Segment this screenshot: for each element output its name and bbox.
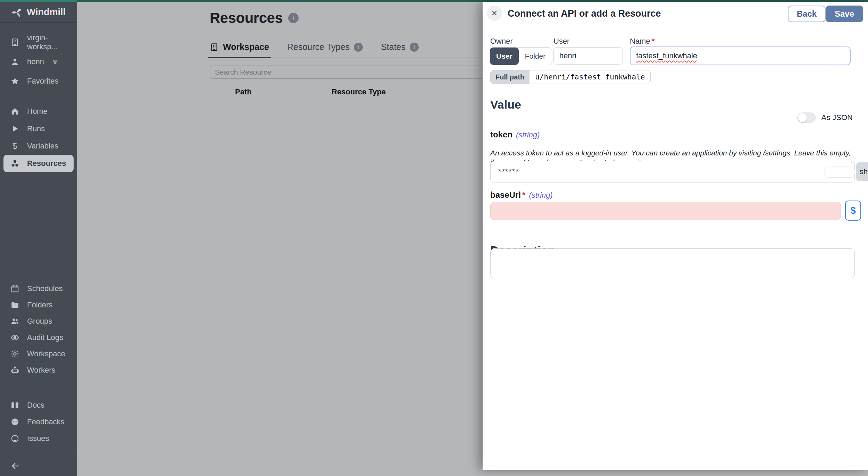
windmill-logo-icon xyxy=(11,7,23,18)
sidebar-item-schedules[interactable]: Schedules xyxy=(0,280,77,297)
book-icon xyxy=(10,401,19,410)
sidebar-item-feedbacks[interactable]: Feedbacks xyxy=(0,414,77,430)
nav-label: Workspace xyxy=(27,349,65,358)
nav-label: Issues xyxy=(27,434,49,443)
sidebar-item-issues[interactable]: Issues xyxy=(0,430,77,447)
sidebar-item-resources[interactable]: Resources xyxy=(3,155,74,172)
owner-option-folder[interactable]: Folder xyxy=(519,48,552,65)
full-path-pill: Full path u/henri/fastest_funkwhale xyxy=(490,70,651,84)
sidebar-item-docs[interactable]: Docs xyxy=(0,397,77,414)
sidebar-item-folders[interactable]: Folders xyxy=(0,297,77,313)
token-property-header: token (string) xyxy=(490,130,540,139)
token-type-hint: (string) xyxy=(516,130,540,139)
nav-label: Schedules xyxy=(27,284,63,293)
robot-icon xyxy=(10,366,19,375)
sidebar-item-runs[interactable]: Runs xyxy=(0,120,77,137)
sidebar-nav-group: Home Runs Variables Resources xyxy=(0,103,77,172)
building-icon xyxy=(10,38,19,47)
drawer-header: × Connect an API or add a Resource Back … xyxy=(483,2,868,26)
nav-label: Home xyxy=(27,107,48,116)
person-icon xyxy=(10,57,19,66)
as-json-row: As JSON xyxy=(797,112,853,123)
sidebar-footer-group: Docs Feedbacks Issues xyxy=(0,397,77,447)
sidebar-item-workers[interactable]: Workers xyxy=(0,362,77,378)
nav-label: Audit Logs xyxy=(27,333,63,342)
user-field[interactable]: henri xyxy=(553,47,623,65)
required-asterisk: * xyxy=(652,37,655,45)
required-asterisk: * xyxy=(522,190,525,199)
sidebar-item-variables[interactable]: Variables xyxy=(0,137,77,155)
nav-label: Workers xyxy=(27,366,56,375)
baseurl-type-hint: (string) xyxy=(529,191,552,200)
app-name: Windmill xyxy=(27,7,66,18)
app-logo[interactable]: Windmill xyxy=(0,2,77,23)
drawer-title: Connect an API or add a Resource xyxy=(508,8,661,19)
sidebar-item-favorites[interactable]: Favorites xyxy=(0,71,77,91)
github-icon xyxy=(10,434,19,443)
sidebar: Windmill virgin-worksp... henri ♛ Favori… xyxy=(0,2,77,476)
nav-label: Resources xyxy=(27,159,66,168)
home-icon xyxy=(10,107,19,116)
insert-variable-button[interactable]: $ xyxy=(845,201,861,221)
token-name: token xyxy=(490,130,512,139)
star-icon xyxy=(10,77,19,86)
toggle-knob xyxy=(798,113,807,122)
gear-icon xyxy=(10,349,19,358)
favorites-label: Favorites xyxy=(27,77,58,86)
user-label: User xyxy=(553,37,569,46)
workspace-name: virgin-worksp... xyxy=(27,33,77,51)
owner-toggle-group: User Folder xyxy=(490,47,552,65)
sidebar-item-groups[interactable]: Groups xyxy=(0,313,77,329)
nav-label: Docs xyxy=(27,401,44,410)
token-field[interactable]: ****** xyxy=(490,161,855,182)
baseurl-name: baseUrl* xyxy=(490,190,525,200)
folder-icon xyxy=(10,300,19,309)
sidebar-item-workspace-picker[interactable]: virgin-worksp... xyxy=(0,33,77,52)
app-root: Resources i Workspace Resource Types i S… xyxy=(0,0,868,476)
baseurl-field[interactable] xyxy=(490,202,841,220)
sidebar-item-workspace-settings[interactable]: Workspace xyxy=(0,346,77,362)
token-inline-pill[interactable] xyxy=(824,167,855,178)
owner-label: Owner xyxy=(490,37,513,46)
discord-icon xyxy=(10,417,19,426)
sidebar-item-audit-logs[interactable]: Audit Logs xyxy=(0,329,77,346)
sidebar-collapse-button[interactable] xyxy=(0,457,77,475)
value-section-heading: Value xyxy=(490,98,521,111)
nav-label: Folders xyxy=(27,300,52,309)
sidebar-item-user[interactable]: henri ♛ xyxy=(0,52,77,71)
back-button[interactable]: Back xyxy=(788,6,826,22)
sidebar-context-group: virgin-worksp... henri ♛ Favorites xyxy=(0,33,77,91)
crown-icon: ♛ xyxy=(52,58,58,66)
name-field[interactable]: fastest_funkwhale xyxy=(630,46,851,65)
play-icon xyxy=(10,124,19,133)
description-textarea[interactable] xyxy=(490,248,855,278)
full-path-label: Full path xyxy=(491,70,529,84)
users-icon xyxy=(10,317,19,326)
username: henri xyxy=(27,57,44,66)
calendar-icon xyxy=(10,284,19,293)
nav-label: Runs xyxy=(27,124,45,133)
close-icon[interactable]: × xyxy=(487,6,502,21)
resource-drawer: × Connect an API or add a Resource Back … xyxy=(483,2,868,470)
name-label: Name* xyxy=(630,37,654,46)
save-button[interactable]: Save xyxy=(826,6,863,22)
nav-label: Groups xyxy=(27,317,52,326)
as-json-label: As JSON xyxy=(821,113,853,122)
sidebar-admin-group: Schedules Folders Groups Audit Logs Work… xyxy=(0,280,77,378)
nav-label: Variables xyxy=(27,142,58,151)
sidebar-divider xyxy=(0,454,77,454)
sidebar-item-home[interactable]: Home xyxy=(0,103,77,120)
show-password-button[interactable]: sh xyxy=(856,162,868,181)
cubes-icon xyxy=(10,159,19,168)
full-path-value: u/henri/fastest_funkwhale xyxy=(529,70,650,84)
as-json-toggle[interactable] xyxy=(797,112,816,123)
dollar-icon xyxy=(10,142,19,151)
eye-icon xyxy=(10,333,19,342)
owner-option-user[interactable]: User xyxy=(490,48,519,65)
nav-label: Feedbacks xyxy=(27,417,65,426)
arrow-left-icon xyxy=(10,461,21,471)
baseurl-property-header: baseUrl* (string) xyxy=(490,190,553,200)
